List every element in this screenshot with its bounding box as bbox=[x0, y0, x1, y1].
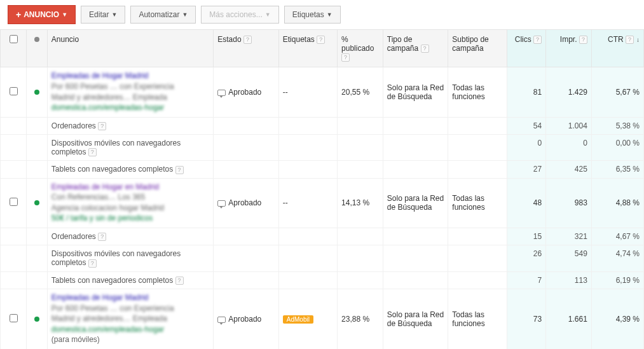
header-state[interactable]: Estado ? bbox=[214, 30, 279, 67]
automate-label: Automatizar bbox=[139, 10, 179, 19]
device-name: Dispositivos móviles con navegadores com… bbox=[47, 245, 213, 271]
device-name: Tablets con navegadores completos ? bbox=[47, 271, 213, 289]
labels-cell: -- bbox=[278, 67, 337, 117]
impr-cell: 321 bbox=[546, 228, 592, 245]
labels-cell: -- bbox=[278, 178, 337, 228]
help-icon[interactable]: ? bbox=[88, 259, 97, 268]
header-impr[interactable]: Impr. ? bbox=[546, 30, 592, 67]
automate-button[interactable]: Automatizar ▼ bbox=[130, 6, 196, 24]
help-icon[interactable]: ? bbox=[341, 53, 350, 62]
help-icon[interactable]: ? bbox=[243, 36, 252, 44]
help-icon[interactable]: ? bbox=[98, 122, 106, 130]
status-dot-icon bbox=[34, 317, 39, 322]
clicks-cell: 81 bbox=[507, 67, 546, 117]
ctr-cell: 5,38 % bbox=[591, 117, 643, 134]
ad-preview[interactable]: Empleadas de Hogar MadridPor 600 Pesetas… bbox=[51, 293, 209, 345]
toolbar: + Anuncio ▼ Editar ▼ Automatizar ▼ Más a… bbox=[0, 0, 644, 29]
chevron-down-icon: ▼ bbox=[111, 11, 117, 18]
ad-preview[interactable]: Empleadas de Hogar en MadridCon Referenc… bbox=[51, 182, 209, 224]
row-checkbox[interactable] bbox=[10, 314, 18, 322]
impr-cell: 1.661 bbox=[546, 289, 592, 349]
header-pct[interactable]: % publicado? bbox=[338, 30, 383, 67]
admobil-badge: AdMobil bbox=[283, 315, 313, 324]
impr-cell: 113 bbox=[546, 271, 592, 289]
ads-table: Anuncio Estado ? Etiquetas ? % publicado… bbox=[0, 29, 644, 349]
speech-bubble-icon bbox=[217, 317, 226, 323]
ctr-cell: 0,00 % bbox=[591, 135, 643, 161]
labels-button[interactable]: Etiquetas ▼ bbox=[284, 6, 341, 24]
device-row: Ordenadores ?541.0045,38 % bbox=[1, 117, 644, 134]
chevron-down-icon: ▼ bbox=[265, 11, 271, 18]
impr-cell: 549 bbox=[546, 245, 592, 271]
help-icon[interactable]: ? bbox=[421, 44, 429, 53]
clicks-cell: 48 bbox=[507, 178, 546, 228]
help-icon[interactable]: ? bbox=[175, 277, 184, 285]
new-ad-button[interactable]: + Anuncio ▼ bbox=[8, 5, 76, 24]
ctr-cell: 6,35 % bbox=[591, 161, 643, 178]
more-actions-button: Más acciones... ▼ bbox=[201, 6, 278, 24]
help-icon[interactable]: ? bbox=[88, 148, 97, 156]
speech-bubble-icon bbox=[217, 200, 226, 207]
clicks-cell: 26 bbox=[507, 245, 546, 271]
impr-cell: 983 bbox=[546, 178, 592, 228]
header-labels[interactable]: Etiquetas ? bbox=[278, 30, 337, 67]
speech-bubble-icon bbox=[217, 90, 226, 96]
device-name: Ordenadores ? bbox=[47, 117, 213, 134]
ad-row: Empleadas de Hogar MadridPor 600 Pesetas… bbox=[1, 289, 644, 349]
subtype-cell: Todas las funciones bbox=[448, 178, 507, 228]
header-subtype[interactable]: Subtipo de campaña bbox=[448, 30, 507, 67]
header-status-dot bbox=[27, 30, 48, 67]
impr-cell: 0 bbox=[546, 135, 592, 161]
edit-button[interactable]: Editar ▼ bbox=[81, 6, 125, 24]
more-actions-label: Más acciones... bbox=[209, 10, 262, 19]
help-icon[interactable]: ? bbox=[175, 166, 184, 174]
state-cell: Aprobado bbox=[214, 67, 279, 117]
device-row: Dispositivos móviles con navegadores com… bbox=[1, 135, 644, 161]
ctr-cell: 6,19 % bbox=[591, 271, 643, 289]
plus-icon: + bbox=[16, 10, 21, 20]
subtype-cell: Todas las funciones bbox=[448, 289, 507, 349]
device-row: Dispositivos móviles con navegadores com… bbox=[1, 245, 644, 271]
header-ad[interactable]: Anuncio bbox=[47, 30, 213, 67]
header-checkbox bbox=[1, 30, 27, 67]
chevron-down-icon: ▼ bbox=[62, 11, 67, 18]
chevron-down-icon: ▼ bbox=[182, 11, 188, 18]
device-name: Dispositivos móviles con navegadores com… bbox=[47, 135, 213, 161]
row-checkbox[interactable] bbox=[10, 87, 18, 95]
subtype-cell: Todas las funciones bbox=[448, 67, 507, 117]
status-dot-icon bbox=[34, 200, 39, 205]
header-clicks[interactable]: Clics ? bbox=[507, 30, 546, 67]
labels-label: Etiquetas bbox=[292, 10, 324, 19]
state-cell: Aprobado bbox=[214, 178, 279, 228]
ctr-cell: 4,67 % bbox=[591, 228, 643, 245]
row-checkbox[interactable] bbox=[10, 198, 18, 206]
new-ad-label: Anuncio bbox=[24, 10, 59, 19]
ad-row: Empleadas de Hogar MadridPor 600 Pesetas… bbox=[1, 67, 644, 117]
ctr-cell: 4,74 % bbox=[591, 245, 643, 271]
ctr-cell: 4,88 % bbox=[591, 178, 643, 228]
clicks-cell: 73 bbox=[507, 289, 546, 349]
type-cell: Solo para la Red de Búsqueda bbox=[383, 289, 448, 349]
device-row: Tablets con navegadores completos ?27425… bbox=[1, 161, 644, 178]
device-name: Ordenadores ? bbox=[47, 228, 213, 245]
header-type[interactable]: Tipo de campaña ? bbox=[383, 30, 448, 67]
help-icon[interactable]: ? bbox=[626, 36, 634, 44]
device-row: Tablets con navegadores completos ?71136… bbox=[1, 271, 644, 289]
header-ctr[interactable]: CTR ?↓ bbox=[591, 30, 643, 67]
pct-cell: 23,88 % bbox=[338, 289, 383, 349]
ad-row: Empleadas de Hogar en MadridCon Referenc… bbox=[1, 178, 644, 228]
impr-cell: 1.004 bbox=[546, 117, 592, 134]
state-cell: Aprobado bbox=[214, 289, 279, 349]
clicks-cell: 27 bbox=[507, 161, 546, 178]
help-icon[interactable]: ? bbox=[533, 36, 542, 44]
impr-cell: 425 bbox=[546, 161, 592, 178]
clicks-cell: 0 bbox=[507, 135, 546, 161]
clicks-cell: 7 bbox=[507, 271, 546, 289]
select-all-checkbox[interactable] bbox=[10, 35, 18, 43]
edit-label: Editar bbox=[89, 10, 109, 19]
status-dot-icon bbox=[34, 90, 39, 95]
help-icon[interactable]: ? bbox=[98, 233, 106, 241]
ad-preview[interactable]: Empleadas de Hogar MadridPor 600 Pesetas… bbox=[51, 71, 209, 113]
help-icon[interactable]: ? bbox=[317, 36, 325, 44]
help-icon[interactable]: ? bbox=[579, 36, 587, 44]
